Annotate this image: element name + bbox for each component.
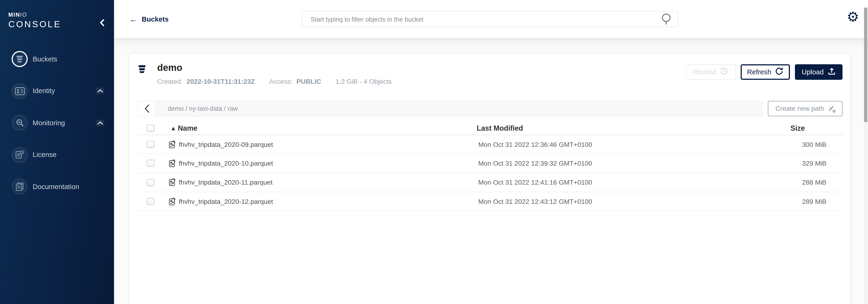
path-navigation-row: demo / ny-taxi-data / raw Create new pat…	[137, 101, 842, 116]
documentation-icon	[12, 178, 28, 195]
sort-ascending-icon: ▲	[172, 126, 175, 131]
parquet-file-icon	[169, 140, 175, 148]
column-header-last-modified: Last Modified	[477, 124, 790, 132]
sidebar-item-label: Monitoring	[33, 119, 65, 127]
new-path-icon: :∕∕⊕	[829, 105, 835, 112]
bucket-usage-summary: 1.2 GiB - 4 Objects	[336, 78, 392, 85]
refresh-button[interactable]: Refresh	[741, 64, 790, 80]
object-size: 289 MiB	[777, 197, 827, 205]
object-name[interactable]: fhvhv_tripdata_2020-10.parquet	[179, 160, 478, 167]
back-label: Buckets	[142, 15, 169, 23]
sidebar-item-documentation[interactable]: Documentation	[0, 171, 114, 203]
refresh-icon	[775, 67, 783, 77]
object-size: 329 MiB	[777, 160, 827, 167]
upload-icon	[828, 67, 836, 77]
column-header-size: Size	[790, 124, 805, 132]
path-back-chevron[interactable]	[138, 101, 156, 116]
license-icon	[12, 147, 28, 163]
object-last-modified: Mon Oct 31 2022 12:36:46 GMT+0100	[478, 140, 777, 148]
created-label: Created:	[157, 78, 183, 85]
objects-table: ▲ Name Last Modified Size	[137, 122, 842, 211]
logo-text-console: CONSOLE	[8, 20, 61, 29]
column-header-name[interactable]: Name	[178, 124, 477, 132]
table-row[interactable]: fhvhv_tripdata_2020-11.parquet Mon Oct 3…	[137, 173, 842, 192]
sidebar-item-buckets[interactable]: Buckets	[0, 43, 114, 75]
search-icon	[661, 13, 672, 25]
parquet-file-icon	[169, 197, 175, 205]
object-size: 288 MiB	[777, 178, 827, 186]
object-name[interactable]: fhvhv_tripdata_2020-12.parquet	[179, 197, 478, 205]
sidebar-item-label: License	[33, 151, 57, 159]
row-checkbox[interactable]	[147, 141, 154, 148]
page-scrollbar-track	[864, 6, 867, 304]
breadcrumb-path[interactable]: demo / ny-taxi-data / raw	[168, 105, 238, 112]
bucket-name-title: demo	[157, 63, 392, 73]
logo-text-min: MIN	[8, 12, 20, 18]
row-checkbox[interactable]	[147, 160, 154, 167]
filter-objects-searchbox	[302, 11, 678, 27]
back-arrow-icon: ←	[130, 15, 137, 24]
table-row[interactable]: fhvhv_tripdata_2020-10.parquet Mon Oct 3…	[137, 154, 842, 173]
select-all-checkbox[interactable]	[147, 125, 154, 132]
bucket-actions: Rewind Refresh	[686, 64, 843, 91]
create-new-path-button[interactable]: Create new path :∕∕⊕	[768, 101, 842, 116]
identity-icon	[12, 83, 28, 99]
main-content: demo Created:2022-10-31T11:31:23ZAccess:…	[114, 38, 868, 304]
bucket-browser-card: demo Created:2022-10-31T11:31:23ZAccess:…	[129, 53, 851, 304]
rewind-icon	[720, 67, 728, 77]
breadcrumb-bar: demo / ny-taxi-data / raw	[137, 101, 763, 116]
access-value: PUBLIC	[297, 78, 321, 85]
object-name[interactable]: fhvhv_tripdata_2020-09.parquet	[179, 140, 478, 148]
object-name[interactable]: fhvhv_tripdata_2020-11.parquet	[179, 178, 478, 186]
sidebar-item-license[interactable]: License	[0, 139, 114, 171]
object-last-modified: Mon Oct 31 2022 12:41:16 GMT+0100	[478, 178, 777, 186]
settings-gear-icon[interactable]: ⚙	[847, 10, 859, 24]
minio-console-window: MINIO CONSOLE Buckets	[0, 0, 868, 304]
minio-console-logo: MINIO CONSOLE	[8, 12, 61, 29]
sidebar: MINIO CONSOLE Buckets	[0, 0, 114, 304]
topbar: ← Buckets ⚙	[114, 0, 868, 38]
chevron-up-icon[interactable]	[96, 88, 104, 94]
table-row[interactable]: fhvhv_tripdata_2020-09.parquet Mon Oct 3…	[137, 135, 842, 154]
sidebar-collapse-icon[interactable]	[98, 19, 106, 27]
row-checkbox[interactable]	[147, 198, 154, 205]
sidebar-item-label: Identity	[33, 87, 55, 95]
access-label: Access:	[269, 78, 292, 85]
parquet-file-icon	[169, 178, 175, 186]
sidebar-item-label: Buckets	[33, 55, 57, 63]
sidebar-item-monitoring[interactable]: Monitoring	[0, 107, 114, 139]
chevron-up-icon[interactable]	[96, 120, 104, 126]
sidebar-item-label: Documentation	[33, 183, 79, 191]
sidebar-nav: Buckets Identity	[0, 43, 114, 202]
table-row[interactable]: fhvhv_tripdata_2020-12.parquet Mon Oct 3…	[137, 192, 842, 211]
monitoring-icon	[12, 115, 28, 131]
rewind-button[interactable]: Rewind	[686, 64, 736, 80]
buckets-icon	[12, 51, 28, 67]
back-to-buckets-link[interactable]: ← Buckets	[130, 0, 169, 38]
page-scrollbar-thumb[interactable]	[864, 8, 867, 122]
object-last-modified: Mon Oct 31 2022 12:43:12 GMT+0100	[478, 197, 777, 205]
created-value: 2022-10-31T11:31:23Z	[187, 78, 255, 85]
row-checkbox[interactable]	[147, 179, 154, 186]
table-header-row: ▲ Name Last Modified Size	[137, 122, 842, 135]
logo-text-io: IO	[20, 12, 27, 18]
bucket-meta: Created:2022-10-31T11:31:23ZAccess:PUBLI…	[157, 78, 392, 85]
sidebar-item-identity[interactable]: Identity	[0, 75, 114, 107]
upload-button[interactable]: Upload	[795, 64, 842, 80]
object-size: 300 MiB	[777, 140, 827, 148]
bucket-icon	[137, 64, 147, 91]
parquet-file-icon	[169, 160, 175, 167]
search-input[interactable]	[302, 16, 661, 22]
object-last-modified: Mon Oct 31 2022 12:39:32 GMT+0100	[478, 160, 777, 167]
bucket-header: demo Created:2022-10-31T11:31:23ZAccess:…	[137, 63, 842, 91]
